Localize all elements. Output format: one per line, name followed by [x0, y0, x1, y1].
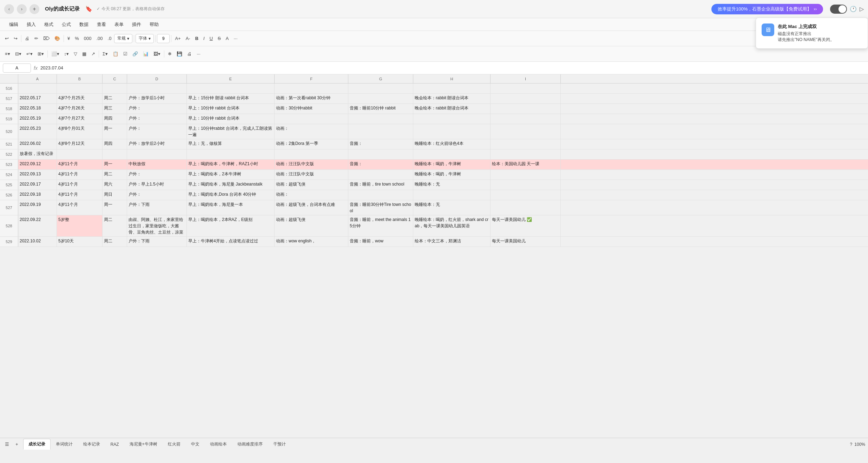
grid-cell[interactable] — [103, 149, 127, 159]
grid-cell[interactable]: 周二 — [103, 215, 127, 236]
grid-cell[interactable]: 晚睡绘本：喝奶，牛津树 — [413, 170, 491, 180]
grid-cell[interactable]: 动画：2集Dora 第一季 — [275, 139, 348, 149]
grid-cell[interactable]: 2022.05.18 — [18, 104, 57, 114]
align-h-button[interactable]: ≡▾ — [3, 49, 12, 59]
border-button[interactable]: ⬜▾ — [49, 49, 61, 59]
grid-cell[interactable]: 动画：第一次看rabbit 30分钟 — [275, 94, 348, 103]
grid-cell[interactable]: 4岁11个月 — [57, 180, 103, 190]
grid-cell[interactable] — [491, 114, 561, 124]
bookmark-icon[interactable]: 🔖 — [85, 6, 92, 12]
col-header-h[interactable]: H — [413, 74, 491, 83]
grid-cell[interactable] — [187, 83, 275, 93]
grid-cell[interactable] — [348, 149, 413, 159]
align-v-button[interactable]: ⊟▾ — [13, 49, 24, 59]
tab-growth-record[interactable]: 成长记录 — [23, 439, 51, 450]
grid-cell[interactable]: 户外： — [127, 170, 187, 180]
more-button[interactable]: ··· — [231, 33, 239, 44]
grid-cell[interactable] — [413, 83, 491, 93]
undo-button[interactable]: ↩ — [3, 33, 11, 44]
grid-cell[interactable] — [491, 180, 561, 190]
grid-cell[interactable]: 绘本：中文三本，郑渊洁 — [413, 237, 491, 247]
forward-nav-icon[interactable]: ▷ — [860, 6, 864, 12]
grid-cell[interactable]: 2022.09.19 — [18, 200, 57, 215]
grid-cell[interactable] — [275, 114, 348, 124]
grid-cell[interactable]: 音频： — [348, 160, 413, 169]
grid-cell[interactable]: 音频：睡前，tire town school — [348, 180, 413, 190]
grid-cell[interactable]: 周二 — [103, 94, 127, 103]
grid-cell[interactable] — [275, 149, 348, 159]
image-button[interactable]: 🖼▾ — [151, 49, 163, 59]
copy-button[interactable]: 📋 — [111, 49, 120, 59]
table-style-button[interactable]: ▦ — [80, 49, 88, 59]
promo-button[interactable]: 效率提升100%，石墨企业高级版【免费试用】 ›› — [711, 4, 823, 14]
grid-cell[interactable]: 音频： — [348, 139, 413, 149]
grid-cell[interactable]: 早上：喝奶绘本,Dora 台词本 40分钟 — [187, 190, 275, 200]
grid-cell[interactable]: 户外：放学后2小时 — [127, 139, 187, 149]
back-button[interactable]: ‹ — [4, 4, 14, 14]
grid-cell[interactable] — [18, 83, 57, 93]
grid-cell[interactable]: 早上：10分钟rabbit 台词本，完成人工朗读第一遍 — [187, 124, 275, 139]
menu-form[interactable]: 表单 — [111, 20, 127, 29]
forward-button[interactable]: › — [17, 4, 27, 14]
grid-cell[interactable] — [491, 149, 561, 159]
grid-cell[interactable]: 晚会绘本：rabbit 朗读台词本 — [413, 104, 491, 114]
clear-button[interactable]: ⌦ — [41, 33, 52, 44]
grid-cell[interactable]: 晚睡绘本：无 — [413, 180, 491, 190]
save-button2[interactable]: 💾 — [175, 49, 184, 59]
font-color-button[interactable]: A — [224, 33, 231, 44]
grid-cell[interactable]: 2022.09.13 — [18, 170, 57, 180]
grid-cell[interactable]: 晚睡绘本：喝奶，牛津树 — [413, 160, 491, 169]
grid-cell[interactable]: 绘本：美国幼儿园 天一课 — [491, 160, 561, 169]
grid-cell[interactable] — [127, 83, 187, 93]
grid-cell[interactable]: 放暑假，没有记录 — [18, 149, 57, 159]
grid-cell[interactable]: 音频：睡前10分钟 rabbit — [348, 104, 413, 114]
tab-animation-rank[interactable]: 动画难度排序 — [232, 439, 268, 450]
grid-cell[interactable]: 早上：喝奶绘本，海尼曼一本 — [187, 200, 275, 215]
grid-cell[interactable]: 动画： — [275, 190, 348, 200]
more2-button[interactable]: ··· — [195, 49, 203, 59]
add-tab-button[interactable]: + — [29, 4, 39, 14]
chart-button[interactable]: 📊 — [141, 49, 151, 59]
grid-cell[interactable]: 2022.10.02 — [18, 237, 57, 247]
freeze-button[interactable]: ❄ — [166, 49, 174, 59]
grid-cell[interactable]: 4岁7个月26天 — [57, 104, 103, 114]
grid-cell[interactable]: 早上：10分钟 rabbit 台词本 — [187, 114, 275, 124]
grid-cell[interactable] — [127, 149, 187, 159]
grid-cell[interactable] — [103, 83, 127, 93]
grid-cell[interactable]: 周一 — [103, 200, 127, 215]
print2-button[interactable]: 🖨 — [185, 49, 194, 59]
menu-insert[interactable]: 插入 — [23, 20, 39, 29]
grid-cell[interactable]: 音频：睡前30分钟Tire town school — [348, 200, 413, 215]
grid-cell[interactable]: 户外： — [127, 114, 187, 124]
grid-cell[interactable]: 动画：超级飞侠 — [275, 180, 348, 190]
grid-cell[interactable] — [348, 114, 413, 124]
grid-cell[interactable]: 动画：wow english， — [275, 237, 348, 247]
grid-cell[interactable] — [57, 83, 103, 93]
grid-cell[interactable]: 5岁整 — [57, 215, 103, 236]
decimal-remove-button[interactable]: .0 — [106, 33, 114, 44]
grid-cell[interactable] — [491, 200, 561, 215]
grid-cell[interactable]: 2022.09.12 — [18, 160, 57, 169]
font-decrease-button[interactable]: A- — [184, 33, 192, 44]
grid-cell[interactable]: 周日 — [103, 190, 127, 200]
col-header-e[interactable]: E — [187, 74, 275, 83]
grid-cell[interactable]: 音频：睡前，wow — [348, 237, 413, 247]
grid-cell[interactable]: 早上：10分钟 rabbit 台词本 — [187, 104, 275, 114]
menu-help[interactable]: 帮助 — [146, 20, 162, 29]
grid-cell[interactable]: 动画：汪汪队中文版 — [275, 160, 348, 169]
grid-cell[interactable]: 4岁11个月 — [57, 190, 103, 200]
grid-cell[interactable]: 4岁7个月25天 — [57, 94, 103, 103]
grid-cell[interactable]: 动画：汪汪队中文版 — [275, 170, 348, 180]
tab-chinese[interactable]: 中文 — [186, 439, 205, 450]
grid-cell[interactable]: 每天一课美国幼儿 ✅ — [491, 215, 561, 236]
grid-cell[interactable]: 2022.05.17 — [18, 94, 57, 103]
thousand-button[interactable]: 000 — [82, 33, 94, 44]
history-icon[interactable]: 🕐 — [850, 6, 857, 12]
grid-cell[interactable] — [491, 190, 561, 200]
grid-cell[interactable]: 周三 — [103, 104, 127, 114]
grid-cell[interactable] — [348, 124, 413, 139]
menu-plugin[interactable]: 插件 — [129, 20, 145, 29]
tab-red-rocket[interactable]: 红火箭 — [163, 439, 186, 450]
grid-cell[interactable] — [491, 104, 561, 114]
grid-cell[interactable]: 早上：15分钟 朗读 rabbit 台词本 — [187, 94, 275, 103]
